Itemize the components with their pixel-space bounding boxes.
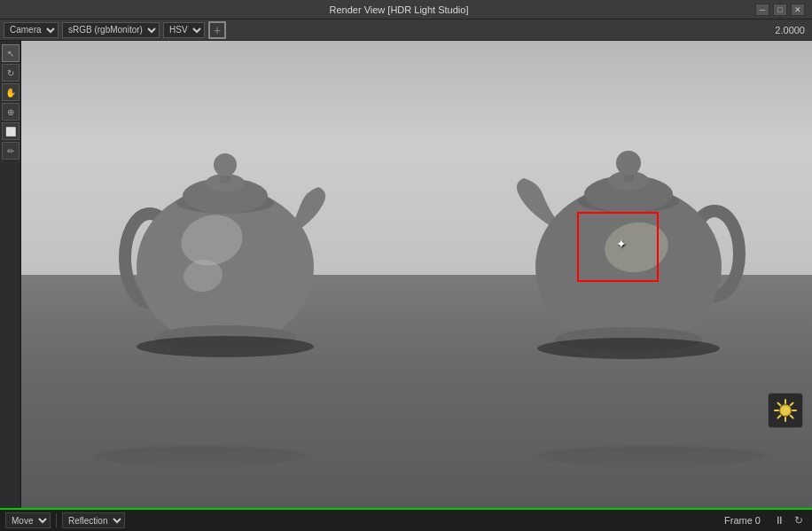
window-title: Render View [HDR Light Studio] <box>43 4 755 15</box>
svg-line-27 <box>791 416 793 418</box>
left-toolbar: ↖ ↻ ✋ ⊕ ⬜ ✏ <box>0 41 21 508</box>
svg-point-18 <box>616 151 641 176</box>
toolbar-row: Camera sRGB (rgbMonitor) HSV 2.0000 <box>0 20 812 41</box>
arrow-tool-button[interactable]: ↖ <box>2 44 20 62</box>
svg-point-7 <box>214 153 237 176</box>
zoom-value: 2.0000 <box>771 25 808 35</box>
reflection-select[interactable]: Reflection <box>62 512 125 528</box>
pause-button[interactable]: ⏸ <box>771 512 787 528</box>
status-bar: Move Move Reflection Reflection Frame 0 … <box>0 508 812 531</box>
floor-reflection-right <box>537 446 766 467</box>
mode-select[interactable]: Move <box>5 512 51 528</box>
render-canvas[interactable]: ✦ <box>21 41 812 508</box>
hand-tool-button[interactable]: ✋ <box>2 83 20 101</box>
main-area: ↖ ↻ ✋ ⊕ ⬜ ✏ <box>0 41 812 508</box>
teapot-left <box>110 116 340 364</box>
teapot-right <box>502 116 750 364</box>
rect-tool-button[interactable]: ⬜ <box>2 122 20 140</box>
nav-box[interactable] <box>208 21 226 39</box>
rotate-tool-button[interactable]: ↻ <box>2 64 20 82</box>
light-icon-corner-button[interactable] <box>768 393 803 428</box>
close-button[interactable]: ✕ <box>791 4 805 16</box>
svg-point-9 <box>137 336 314 357</box>
svg-point-20 <box>537 338 720 359</box>
svg-line-29 <box>778 416 781 418</box>
zoom-tool-button[interactable]: ⊕ <box>2 103 20 121</box>
minimize-button[interactable]: ─ <box>755 4 769 16</box>
refresh-button[interactable]: ↻ <box>791 512 807 528</box>
colorspace-select[interactable]: sRGB (rgbMonitor) <box>62 22 160 38</box>
floor-reflection-left <box>94 446 307 467</box>
svg-line-26 <box>778 403 781 406</box>
eyedrop-tool-button[interactable]: ✏ <box>2 142 20 160</box>
status-divider-1 <box>56 513 57 527</box>
frame-label: Frame 0 <box>717 515 768 526</box>
svg-point-21 <box>780 405 791 416</box>
window-controls[interactable]: ─ □ ✕ <box>755 4 805 16</box>
title-bar: Render View [HDR Light Studio] ─ □ ✕ <box>0 0 812 20</box>
svg-line-28 <box>791 403 793 406</box>
camera-select[interactable]: Camera <box>4 22 59 38</box>
maximize-button[interactable]: □ <box>773 4 787 16</box>
colormode-select[interactable]: HSV <box>163 22 205 38</box>
